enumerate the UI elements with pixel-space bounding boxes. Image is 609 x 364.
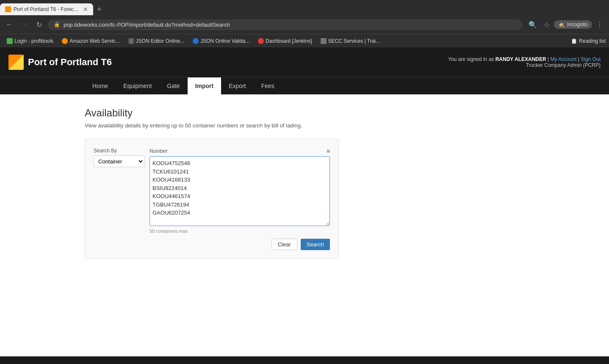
sign-out-link[interactable]: Sign Out [581, 56, 601, 62]
reading-list-label: Reading list [579, 38, 606, 44]
bookmark-profittools[interactable]: Login - profittools [3, 37, 57, 45]
number-column: Number ≡ KOOU4752548 TCKU6101241 KOOU416… [149, 148, 330, 234]
main-content: Availability View availability details b… [0, 94, 609, 272]
form-actions: Clear Search [94, 239, 330, 250]
bookmark-label-amazon: Amazon Web Servic... [69, 38, 120, 44]
bookmark-label-jenkins: Dashboard [Jenkins] [266, 38, 312, 44]
browser-toolbar: ← → ↻ 🔒 pop.tideworks.com/fc-POP/import/… [0, 15, 609, 34]
bookmark-secc[interactable]: SECC Services | Trai... [317, 37, 383, 45]
incognito-label: Incognito [567, 22, 588, 28]
number-list-icon[interactable]: ≡ [327, 148, 330, 154]
nav-fees[interactable]: Fees [254, 77, 282, 94]
number-header: Number ≡ [149, 148, 330, 154]
bookmark-favicon-json-validator [193, 38, 199, 44]
forward-button[interactable]: → [19, 19, 30, 30]
tab-bar: Port of Portland T6 - Forecast® | ✕ + [0, 0, 609, 15]
nav-export[interactable]: Export [221, 77, 253, 94]
bookmark-json-validator[interactable]: JSON Online Valida... [189, 37, 253, 45]
page-subtitle: View availability details by entering up… [85, 122, 524, 129]
reading-list-icon: 📋 [571, 38, 577, 44]
form-row: Search By Container Bill of Lading Numbe… [94, 148, 330, 234]
lock-icon: 🔒 [54, 22, 60, 28]
site-nav: Home Equipment Gate Import Export Fees [0, 77, 609, 94]
tab-favicon [5, 6, 11, 12]
nav-gate[interactable]: Gate [159, 77, 187, 94]
incognito-button[interactable]: 🕵️ Incognito [554, 20, 592, 29]
search-by-label: Search By [94, 148, 144, 154]
bookmark-favicon-profittools [7, 38, 13, 44]
toolbar-icons: 🔍 ☆ 🕵️ Incognito ⋮ [526, 19, 606, 30]
site-footer: Site Requirements | General Data Protect… [0, 356, 609, 364]
page-title: Availability [85, 107, 524, 119]
tab-title: Port of Portland T6 - Forecast® | [14, 6, 80, 12]
nav-import[interactable]: Import [188, 77, 221, 94]
search-by-select[interactable]: Container Bill of Lading [94, 155, 144, 167]
nav-equipment[interactable]: Equipment [116, 77, 159, 94]
back-button[interactable]: ← [3, 19, 15, 30]
search-form: Search By Container Bill of Lading Numbe… [85, 139, 339, 259]
bookmark-star-button[interactable]: ☆ [541, 19, 552, 30]
reading-list-button[interactable]: 📋 Reading list [571, 38, 606, 44]
bookmark-label-secc: SECC Services | Trai... [328, 38, 380, 44]
browser-chrome: Port of Portland T6 - Forecast® | ✕ + ← … [0, 0, 609, 47]
bookmark-label-json-validator: JSON Online Valida... [200, 38, 249, 44]
bookmark-label-profittools: Login - profittools [14, 38, 53, 44]
site-logo: Port of Portland T6 [8, 55, 112, 70]
website: Port of Portland T6 You are signed in as… [0, 47, 609, 364]
bookmark-label-json-editor: JSON Editor Online... [136, 38, 185, 44]
site-header: Port of Portland T6 You are signed in as… [0, 47, 609, 77]
url-display: pop.tideworks.com/fc-POP/import/default.… [64, 22, 517, 28]
bookmarks-bar: Login - profittools Amazon Web Servic...… [0, 34, 609, 47]
logo-icon [8, 55, 24, 70]
address-bar[interactable]: 🔒 pop.tideworks.com/fc-POP/import/defaul… [48, 19, 523, 30]
my-account-link[interactable]: My Account [550, 56, 576, 62]
tab-close-button[interactable]: ✕ [83, 6, 88, 12]
search-button[interactable]: Search [301, 239, 330, 250]
number-textarea[interactable]: KOOU4752548 TCKU6101241 KOOU4168133 BSIU… [149, 156, 330, 226]
clear-button[interactable]: Clear [271, 239, 297, 250]
bookmark-amazon[interactable]: Amazon Web Servic... [58, 37, 123, 45]
bookmark-jenkins[interactable]: Dashboard [Jenkins] [255, 37, 315, 45]
logo-icon-graphic [8, 55, 24, 70]
user-signed-in-text: You are signed in as RANDY ALEXANDER | M… [448, 56, 601, 62]
search-by-column: Search By Container Bill of Lading [94, 148, 144, 167]
bookmark-favicon-json-editor: {} [128, 38, 134, 44]
bookmark-json-editor[interactable]: {} JSON Editor Online... [125, 37, 188, 45]
user-info: You are signed in as RANDY ALEXANDER | M… [448, 56, 601, 68]
company-info: Trucker Company Admin (PCRP) [448, 62, 601, 68]
active-tab[interactable]: Port of Portland T6 - Forecast® | ✕ [0, 3, 93, 15]
new-tab-button[interactable]: + [93, 3, 105, 15]
search-icon-button[interactable]: 🔍 [526, 19, 540, 30]
bookmark-favicon-amazon [62, 38, 68, 44]
max-containers-note: 50 containers max [149, 229, 330, 234]
nav-home[interactable]: Home [85, 77, 116, 94]
menu-button[interactable]: ⋮ [594, 19, 606, 30]
bookmark-favicon-jenkins [258, 38, 264, 44]
username: RANDY ALEXANDER [496, 56, 548, 62]
bookmark-favicon-secc [321, 38, 327, 44]
incognito-icon: 🕵️ [558, 22, 565, 28]
reload-button[interactable]: ↻ [34, 19, 44, 30]
number-label: Number [149, 148, 168, 154]
site-title: Port of Portland T6 [28, 57, 112, 68]
